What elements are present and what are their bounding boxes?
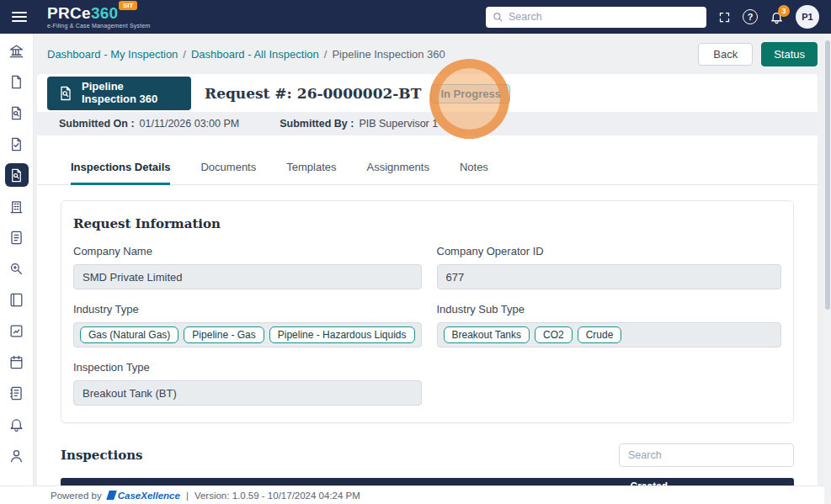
bell-icon	[8, 416, 24, 432]
logo-accent-text: 360	[91, 5, 119, 21]
inspection-type-input: Breakout Tank (BT)	[73, 380, 422, 406]
file-search-icon	[57, 85, 74, 102]
sidebar-item-forms[interactable]	[5, 225, 29, 249]
logo-tagline: e-Filing & Case Management System	[47, 23, 151, 29]
breadcrumb-row: Dashboard - My Inspection / Dashboard - …	[34, 34, 831, 74]
journal-icon	[8, 385, 24, 401]
industry-type-tag: Pipeline - Hazardous Liquids	[269, 326, 415, 343]
bank-icon	[8, 43, 24, 59]
breadcrumb-separator: /	[324, 48, 328, 61]
powered-by-label: Powered by	[51, 491, 102, 501]
global-search-input[interactable]	[509, 11, 700, 23]
inspection-type-field: Inspection Type Breakout Tank (BT)	[73, 361, 422, 406]
breadcrumb-link-my-inspection[interactable]: Dashboard - My Inspection	[47, 48, 178, 61]
calendar-icon	[8, 354, 24, 370]
request-header-row: Pipeline Inspection 360 Request #: 26-00…	[37, 74, 818, 110]
search-icon	[493, 12, 503, 23]
content-panel: Pipeline Inspection 360 Request #: 26-00…	[37, 74, 818, 504]
breadcrumb-link-all-inspection[interactable]: Dashboard - All Inspection	[191, 48, 319, 61]
global-search[interactable]	[486, 7, 706, 28]
file-icon	[8, 74, 24, 90]
industry-sub-type-tag: Breakout Tanks	[444, 326, 530, 343]
fullscreen-icon[interactable]	[718, 11, 731, 24]
file-search-icon	[8, 167, 24, 183]
magnifier-icon	[8, 261, 24, 277]
inspections-search-input[interactable]	[619, 443, 794, 467]
sidebar-item-reports[interactable]	[5, 319, 29, 342]
book-icon	[8, 292, 24, 308]
request-number-title: Request #: 26-0000002-BT	[205, 85, 421, 102]
sidebar-item-journal[interactable]	[5, 381, 29, 405]
environment-badge: SIT	[119, 1, 137, 10]
sidebar-item-case-search[interactable]	[5, 101, 29, 125]
operator-id-label: Company Operator ID	[437, 245, 782, 257]
back-button[interactable]: Back	[698, 43, 753, 66]
inspection-type-label: Inspection Type	[73, 361, 422, 374]
chart-icon	[8, 323, 24, 339]
app-footer: Powered by CaseXellence | Version: 1.0.5…	[0, 485, 831, 504]
tab-inspections-details[interactable]: Inspections Details	[71, 161, 170, 185]
request-number: 26-0000002-BT	[297, 85, 422, 102]
breadcrumb-separator: /	[183, 48, 186, 61]
company-name-label: Company Name	[73, 245, 422, 257]
footer-divider: |	[186, 491, 189, 501]
industry-type-tag: Gas (Natural Gas)	[80, 326, 178, 343]
top-header-bar: PRCe 360 e-Filing & Case Management Syst…	[0, 0, 831, 34]
module-badge: Pipeline Inspection 360	[47, 77, 191, 110]
notification-count-badge: 3	[778, 5, 790, 17]
request-label: Request #:	[205, 85, 292, 102]
status-badge: In Progress	[431, 84, 510, 103]
company-name-input: SMD Private Limited	[73, 264, 422, 289]
company-name-field: Company Name SMD Private Limited	[73, 245, 422, 289]
brand-link[interactable]: CaseXellence	[108, 491, 180, 501]
module-title: Pipeline Inspection 360	[82, 81, 181, 106]
sidebar-item-calendar[interactable]	[5, 350, 29, 374]
request-information-card: Request Information Company Name SMD Pri…	[61, 200, 794, 423]
submitted-on-label: Submitted On :	[59, 118, 135, 130]
operator-id-field: Company Operator ID 677	[437, 245, 782, 289]
sidebar-item-approvals[interactable]	[5, 132, 29, 156]
tab-documents[interactable]: Documents	[200, 161, 256, 184]
industry-type-label: Industry Type	[73, 303, 422, 316]
notifications-bell[interactable]: 3	[770, 10, 784, 24]
scrollbar-thumb[interactable]	[825, 40, 830, 310]
sidebar-item-lookup[interactable]	[5, 257, 29, 280]
sidebar-item-alerts[interactable]	[5, 412, 29, 436]
inspections-title: Inspections	[61, 448, 143, 463]
person-icon	[8, 448, 24, 464]
main-content-area: Dashboard - My Inspection / Dashboard - …	[34, 34, 831, 504]
industry-sub-type-tag: CO2	[535, 326, 573, 343]
file-check-icon	[8, 136, 24, 152]
logo-text: PRCe	[47, 5, 91, 21]
status-button[interactable]: Status	[761, 42, 818, 66]
industry-type-field: Industry Type Gas (Natural Gas) Pipeline…	[73, 303, 422, 347]
submitted-by-value: PIB Supervisor 1	[359, 118, 438, 130]
user-avatar[interactable]: P1	[796, 5, 819, 29]
sidebar-item-institution[interactable]	[5, 39, 29, 62]
building-icon	[8, 199, 24, 215]
request-information-title: Request Information	[73, 216, 781, 231]
tab-bar: Inspections Details Documents Templates …	[37, 161, 818, 185]
sidebar-item-organizations[interactable]	[5, 194, 29, 218]
operator-id-input: 677	[437, 264, 782, 289]
submitted-by-label: Submitted By :	[280, 118, 354, 130]
breadcrumb-current-page: Pipeline Inspection 360	[332, 48, 445, 61]
industry-type-input: Gas (Natural Gas) Pipeline - Gas Pipelin…	[73, 322, 422, 347]
sidebar-item-filings[interactable]	[5, 70, 29, 93]
sidebar-item-library[interactable]	[5, 288, 29, 311]
industry-sub-type-field: Industry Sub Type Breakout Tanks CO2 Cru…	[437, 303, 782, 347]
help-icon[interactable]: ?	[743, 9, 758, 24]
submission-info-strip: Submitted On : 01/11/2026 03:00 PM Submi…	[37, 112, 818, 135]
hamburger-menu-icon[interactable]	[12, 9, 29, 24]
breadcrumb: Dashboard - My Inspection / Dashboard - …	[47, 48, 445, 61]
tab-assignments[interactable]: Assignments	[366, 161, 429, 184]
vertical-scrollbar[interactable]	[824, 34, 831, 504]
brand-logo-icon	[106, 491, 117, 500]
tab-templates[interactable]: Templates	[286, 161, 336, 184]
submitted-on-value: 01/11/2026 03:00 PM	[140, 118, 240, 130]
tablet-form-icon	[8, 230, 24, 246]
sidebar-item-inspections[interactable]	[5, 163, 29, 187]
sidebar-item-profile[interactable]	[5, 443, 29, 467]
tab-notes[interactable]: Notes	[460, 161, 488, 184]
version-text: Version: 1.0.59 - 10/17/2024 04:24 PM	[194, 491, 360, 501]
